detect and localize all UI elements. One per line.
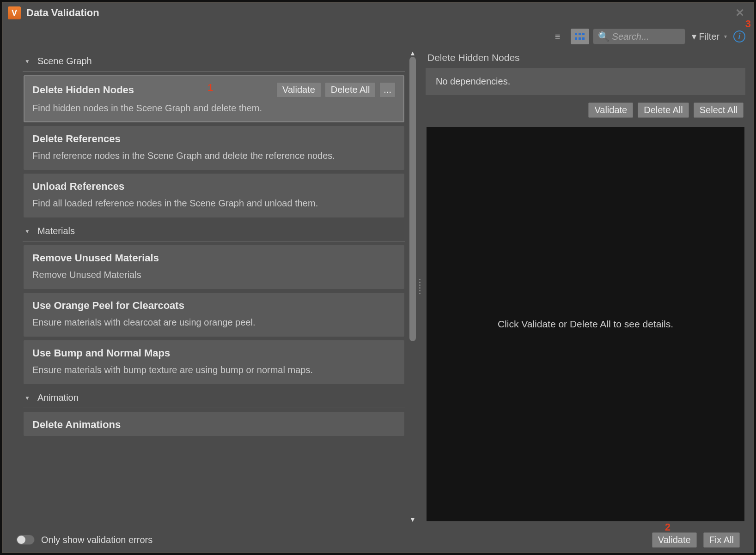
splitter-handle-icon — [419, 278, 421, 295]
search-icon: 🔍 — [598, 31, 610, 42]
scroll-up-icon[interactable]: ▲ — [408, 49, 417, 57]
chevron-down-icon: ▼ — [24, 58, 30, 65]
rule-title: Delete References — [32, 133, 396, 145]
detail-placeholder: Click Validate or Delete All to see deta… — [498, 319, 673, 330]
rule-description: Remove Unused Materials — [32, 270, 396, 280]
dependencies-box: No dependencies. — [426, 68, 745, 95]
app-icon: V — [8, 6, 21, 19]
svg-rect-1 — [579, 33, 581, 35]
chevron-down-icon: ▾ — [724, 33, 727, 40]
splitter[interactable] — [417, 49, 423, 523]
svg-rect-5 — [582, 37, 585, 40]
scrollbar[interactable]: ▲ ▼ — [408, 49, 417, 523]
view-compact-button[interactable]: ≡ — [549, 29, 567, 44]
detail-validate-button[interactable]: Validate — [588, 103, 633, 118]
rule-description: Find hidden nodes in the Scene Graph and… — [32, 103, 396, 114]
rule-title: Unload References — [32, 181, 396, 193]
window-title: Data Validation — [26, 7, 732, 19]
detail-header: Delete Hidden Nodes — [426, 49, 745, 68]
rule-title: Use Bump and Normal Maps — [32, 347, 396, 359]
rule-title: Use Orange Peel for Clearcoats — [32, 300, 396, 312]
more-button[interactable]: ... — [379, 82, 396, 97]
rule-card-delete-hidden-nodes[interactable]: Delete Hidden Nodes Validate Delete All … — [24, 75, 404, 122]
detail-fix-button[interactable]: Delete All — [638, 103, 689, 118]
rule-title: Delete Hidden Nodes — [32, 84, 273, 96]
rule-title: Remove Unused Materials — [32, 252, 396, 264]
rule-card-bump-maps[interactable]: Use Bump and Normal Maps Ensure material… — [24, 340, 404, 384]
section-title: Scene Graph — [37, 56, 92, 66]
rule-card-delete-animations[interactable]: Delete Animations — [24, 412, 404, 436]
rule-description: Ensure materials with clearcoat are usin… — [32, 317, 396, 328]
titlebar: V Data Validation ✕ — [2, 2, 754, 24]
rule-card-delete-references[interactable]: Delete References Find reference nodes i… — [24, 126, 404, 170]
footer: Only show validation errors 2 Validate F… — [2, 527, 754, 553]
rule-description: Ensure materials with bump texture are u… — [32, 365, 396, 375]
rule-card-orange-peel[interactable]: Use Orange Peel for Clearcoats Ensure ma… — [24, 293, 404, 337]
view-grid-button[interactable] — [571, 29, 589, 44]
section-header-animation[interactable]: ▼ Animation — [23, 388, 405, 408]
svg-rect-3 — [575, 37, 577, 40]
section-title: Animation — [37, 392, 79, 403]
chevron-down-icon: ▼ — [24, 395, 30, 401]
svg-rect-0 — [575, 33, 577, 35]
validate-button[interactable]: Validate — [276, 82, 321, 97]
scroll-thumb[interactable] — [409, 57, 416, 341]
section-header-materials[interactable]: ▼ Materials — [23, 221, 405, 241]
errors-only-toggle[interactable] — [16, 535, 35, 545]
filter-icon: ▾ — [692, 31, 696, 42]
scroll-down-icon[interactable]: ▼ — [408, 516, 417, 523]
filter-label: Filter — [699, 31, 719, 42]
rule-card-remove-unused-materials[interactable]: Remove Unused Materials Remove Unused Ma… — [24, 245, 404, 289]
info-icon[interactable]: i — [733, 30, 745, 42]
filter-dropdown[interactable]: ▾ Filter ▾ — [689, 29, 730, 44]
content: 1 ▼ Scene Graph Delete Hidden Nodes Vali… — [2, 49, 754, 527]
detail-actions: Validate Delete All Select All — [426, 95, 745, 125]
svg-rect-2 — [582, 33, 585, 35]
errors-only-label: Only show validation errors — [41, 535, 152, 545]
fix-button[interactable]: Delete All — [325, 82, 376, 97]
grid-icon — [575, 33, 585, 40]
rule-description: Find reference nodes in the Scene Graph … — [32, 151, 396, 161]
rule-description: Find all loaded reference nodes in the S… — [32, 198, 396, 209]
toggle-knob — [17, 536, 25, 544]
footer-fix-all-button[interactable]: Fix All — [703, 532, 740, 548]
list-icon: ≡ — [555, 31, 561, 42]
section-title: Materials — [37, 226, 75, 236]
search-input[interactable] — [612, 31, 680, 42]
svg-rect-4 — [579, 37, 581, 40]
rule-list: 1 ▼ Scene Graph Delete Hidden Nodes Vali… — [11, 49, 408, 523]
chevron-down-icon: ▼ — [24, 228, 30, 235]
detail-select-all-button[interactable]: Select All — [694, 103, 744, 118]
section-header-scene-graph[interactable]: ▼ Scene Graph — [23, 51, 405, 72]
footer-validate-button[interactable]: Validate — [652, 532, 697, 548]
close-icon[interactable]: ✕ — [732, 5, 748, 21]
scroll-track[interactable] — [409, 57, 416, 516]
rule-list-panel: 1 ▼ Scene Graph Delete Hidden Nodes Vali… — [11, 49, 417, 523]
detail-panel: Delete Hidden Nodes No dependencies. Val… — [423, 49, 745, 523]
toolbar: 3 ≡ 🔍 ▾ Filter ▾ i — [2, 24, 754, 49]
detail-results-view: Click Validate or Delete All to see deta… — [427, 127, 744, 521]
rule-card-unload-references[interactable]: Unload References Find all loaded refere… — [24, 174, 404, 217]
window: V Data Validation ✕ 3 ≡ 🔍 ▾ Filter ▾ i 1… — [2, 2, 754, 553]
rule-title: Delete Animations — [32, 419, 396, 431]
search-box: 🔍 — [593, 29, 685, 44]
